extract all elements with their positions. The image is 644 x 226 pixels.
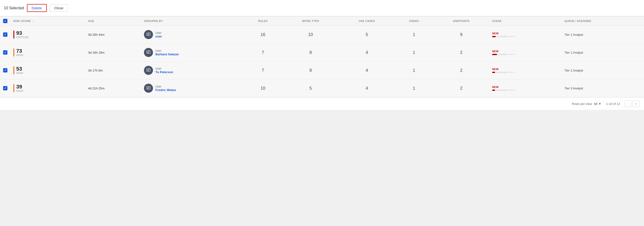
endpoints-cell: 2 xyxy=(434,44,489,61)
endpoints-cell: 9 xyxy=(434,26,489,44)
pagination-nav: ‹ › xyxy=(625,100,639,107)
risk-bar xyxy=(13,66,14,74)
stage-label: NEW xyxy=(492,50,559,53)
rows-per-view-value: 10 xyxy=(594,102,597,106)
grouped-by-name[interactable]: Tu Peterson xyxy=(156,70,173,74)
col-use-cases[interactable]: USE CASES xyxy=(339,16,394,26)
col-grouped-by[interactable]: GROUPED BY xyxy=(141,16,244,26)
sort-arrow-icon: ↓ xyxy=(33,19,34,22)
risk-content: 39 HIGH xyxy=(16,84,24,92)
grouped-by-cell: User user xyxy=(141,26,244,44)
delete-button[interactable]: Delete xyxy=(27,4,47,12)
rules-cell: 10 xyxy=(244,79,282,97)
svg-rect-8 xyxy=(147,69,150,71)
risk-content: 93 CRITICAL xyxy=(16,30,29,39)
rows-dropdown-icon[interactable]: ▼ xyxy=(598,102,602,106)
row-checkbox[interactable] xyxy=(3,68,8,72)
table-row: 93 CRITICAL 3d 20h 44m User user 1610519… xyxy=(0,26,644,44)
col-endpoints[interactable]: ENDPOINTS xyxy=(434,16,489,26)
user-svg xyxy=(146,50,151,55)
age-cell: 3d 17h 8m xyxy=(85,61,141,79)
grouped-by-inner: User Tu Peterson xyxy=(144,66,241,75)
stage-dot-1 xyxy=(509,54,510,55)
users-cell: 1 xyxy=(394,61,434,79)
table-wrapper: RISK SCORE ↓ AGE GROUPED BY RULES MITRE … xyxy=(0,16,644,97)
header-checkbox[interactable] xyxy=(3,19,8,23)
col-stage[interactable]: STAGE xyxy=(489,16,562,26)
stage-content: NEW xyxy=(492,86,559,91)
col-mitre-ttps[interactable]: MITRE TTPS xyxy=(282,16,339,26)
col-rules[interactable]: RULES xyxy=(244,16,282,26)
mitre-ttps-cell: 10 xyxy=(282,26,339,44)
user-svg xyxy=(146,68,151,73)
risk-number: 93 xyxy=(16,30,29,36)
header-checkbox-cell[interactable] xyxy=(0,16,10,26)
svg-rect-4 xyxy=(147,51,150,54)
users-cell: 1 xyxy=(394,26,434,44)
mitre-ttps-cell: 8 xyxy=(282,44,339,61)
risk-score-inner: 53 HIGH xyxy=(13,66,82,74)
risk-content: 53 HIGH xyxy=(16,66,24,74)
age-cell: 3d 16h 18m xyxy=(85,44,141,61)
assignee-cell: Tier 1 Analyst xyxy=(562,61,644,79)
stage-fill xyxy=(492,90,495,91)
grouped-by-name[interactable]: Barbara Salazar xyxy=(156,52,179,56)
row-checkbox-cell[interactable] xyxy=(0,44,10,61)
stage-content: NEW xyxy=(492,50,559,55)
next-page-button[interactable]: › xyxy=(632,100,639,107)
grouped-by-name[interactable]: Fredric Weber xyxy=(156,88,176,92)
row-checkbox-cell[interactable] xyxy=(0,79,10,97)
main-table: RISK SCORE ↓ AGE GROUPED BY RULES MITRE … xyxy=(0,16,644,97)
row-checkbox-cell[interactable] xyxy=(0,61,10,79)
stage-dot-1 xyxy=(509,71,510,73)
risk-score-cell: 93 CRITICAL xyxy=(10,26,85,44)
grouped-by-text: User Fredric Weber xyxy=(156,85,176,92)
table-header-row: RISK SCORE ↓ AGE GROUPED BY RULES MITRE … xyxy=(0,16,644,26)
stage-dot-2 xyxy=(511,89,512,91)
close-button[interactable]: Close xyxy=(50,4,68,12)
users-cell: 1 xyxy=(394,44,434,61)
stage-track xyxy=(496,90,508,91)
user-icon xyxy=(144,30,153,39)
endpoints-cell: 2 xyxy=(434,61,489,79)
row-checkbox[interactable] xyxy=(3,86,8,90)
risk-level: HIGH xyxy=(16,54,24,56)
col-risk-score-label: RISK SCORE xyxy=(13,19,31,22)
grouped-by-type: User xyxy=(156,31,162,34)
row-checkbox-cell[interactable] xyxy=(0,26,10,44)
col-queue-assignee[interactable]: QUEUE / ASSIGNEE xyxy=(562,16,644,26)
col-risk-score[interactable]: RISK SCORE ↓ xyxy=(10,16,85,26)
svg-rect-12 xyxy=(147,87,150,89)
col-users[interactable]: USERS xyxy=(394,16,434,26)
users-cell: 1 xyxy=(394,79,434,97)
stage-cell: NEW xyxy=(489,79,562,97)
grouped-by-cell: User Barbara Salazar xyxy=(141,44,244,61)
stage-content: NEW xyxy=(492,68,559,73)
pagination-info: 1-10 of 12 xyxy=(606,102,620,106)
row-checkbox[interactable] xyxy=(3,50,8,55)
stage-label: NEW xyxy=(492,68,559,71)
grouped-by-text: User Barbara Salazar xyxy=(156,49,179,56)
risk-score-cell: 39 HIGH xyxy=(10,79,85,97)
grouped-by-name[interactable]: user xyxy=(156,34,162,38)
prev-page-button[interactable]: ‹ xyxy=(625,100,632,107)
user-icon xyxy=(144,84,153,93)
stage-progress-bar xyxy=(492,36,515,37)
grouped-by-inner: User Fredric Weber xyxy=(144,84,241,93)
use-cases-cell: 5 xyxy=(339,26,394,44)
rows-per-view-select[interactable]: 10 ▼ xyxy=(594,102,601,106)
rows-per-view-label: Rows per view xyxy=(572,102,592,106)
rules-cell: 7 xyxy=(244,44,282,61)
risk-number: 73 xyxy=(16,48,24,54)
row-checkbox[interactable] xyxy=(3,32,8,37)
grouped-by-inner: User Barbara Salazar xyxy=(144,48,241,57)
age-cell: 4d 21h 25m xyxy=(85,79,141,97)
stage-progress-bar xyxy=(492,89,515,91)
user-svg xyxy=(146,86,151,91)
risk-bar xyxy=(13,84,14,92)
col-age[interactable]: AGE xyxy=(85,16,141,26)
grouped-by-text: User user xyxy=(156,31,162,38)
footer: Rows per view 10 ▼ 1-10 of 12 ‹ › xyxy=(0,97,644,110)
risk-score-inner: 39 HIGH xyxy=(13,84,82,92)
table-row: 73 HIGH 3d 16h 18m User Barbara Salazar … xyxy=(0,44,644,61)
